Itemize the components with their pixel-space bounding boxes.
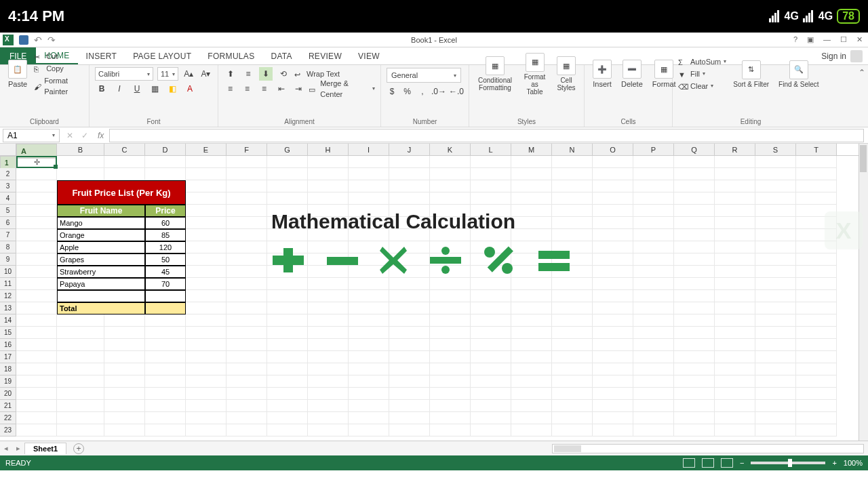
cell[interactable] <box>226 302 267 314</box>
table-row[interactable]: Orange <box>57 229 145 241</box>
cell[interactable] <box>715 314 755 327</box>
column-header[interactable]: S <box>755 144 796 155</box>
cell[interactable] <box>186 156 226 168</box>
cell[interactable] <box>186 168 226 180</box>
cell[interactable] <box>552 412 593 424</box>
decrease-decimal-button[interactable]: ←.0 <box>450 85 463 98</box>
cell[interactable] <box>104 412 145 424</box>
cell[interactable] <box>796 363 837 375</box>
cell[interactable] <box>633 314 674 327</box>
help-button[interactable]: ? <box>793 35 797 44</box>
cell[interactable] <box>226 339 267 351</box>
cell[interactable] <box>796 302 837 314</box>
cell[interactable] <box>755 290 796 302</box>
table-row-blank[interactable] <box>57 290 145 302</box>
cell[interactable] <box>349 363 389 375</box>
cell[interactable] <box>16 400 57 412</box>
cell[interactable] <box>16 290 57 302</box>
cell[interactable] <box>593 424 633 436</box>
cell[interactable] <box>267 363 308 375</box>
close-button[interactable]: ✕ <box>856 35 863 44</box>
cell[interactable] <box>471 278 511 290</box>
spreadsheet-grid[interactable]: X ABCDEFGHIJKLMNOPQRST 12345678910111213… <box>0 144 868 441</box>
cell[interactable] <box>674 290 715 302</box>
cell[interactable] <box>16 217 57 229</box>
formula-input[interactable] <box>109 129 864 142</box>
cell[interactable] <box>267 339 308 351</box>
save-button[interactable] <box>19 35 28 45</box>
cell[interactable] <box>430 339 471 351</box>
cell[interactable] <box>593 205 633 217</box>
cell[interactable] <box>389 412 430 424</box>
cell[interactable] <box>226 241 267 253</box>
cell[interactable] <box>633 351 674 363</box>
row-header[interactable]: 21 <box>0 400 16 412</box>
clear-button[interactable]: ⌫Clear▾ <box>678 81 726 92</box>
minimize-button[interactable]: — <box>823 35 831 44</box>
cell[interactable] <box>511 388 552 400</box>
tab-view[interactable]: VIEW <box>350 47 388 64</box>
cell[interactable] <box>349 424 389 436</box>
cell[interactable] <box>715 424 755 436</box>
cell[interactable] <box>755 314 796 327</box>
cell[interactable] <box>145 363 186 375</box>
cell[interactable] <box>57 363 104 375</box>
cell[interactable] <box>226 388 267 400</box>
redo-button[interactable]: ↷ <box>47 35 56 45</box>
cell[interactable] <box>796 168 837 180</box>
cell[interactable] <box>308 168 349 180</box>
cell[interactable] <box>349 156 389 168</box>
cell[interactable] <box>186 327 226 339</box>
cell[interactable] <box>145 156 186 168</box>
cell[interactable] <box>267 168 308 180</box>
increase-decimal-button[interactable]: .0→ <box>432 85 446 98</box>
cell[interactable] <box>104 168 145 180</box>
cell[interactable] <box>471 192 511 205</box>
cell[interactable] <box>186 253 226 266</box>
cell[interactable] <box>715 351 755 363</box>
cell[interactable] <box>308 339 349 351</box>
cell[interactable] <box>430 168 471 180</box>
cell[interactable] <box>674 180 715 192</box>
cell[interactable] <box>308 156 349 168</box>
row-header[interactable]: 12 <box>0 290 16 302</box>
cell[interactable] <box>308 351 349 363</box>
column-header[interactable]: T <box>796 144 837 155</box>
insert-cells-button[interactable]: ➕Insert <box>590 58 614 89</box>
italic-button[interactable]: I <box>113 82 126 96</box>
percent-button[interactable]: % <box>401 85 412 98</box>
cell[interactable] <box>389 180 430 192</box>
cell[interactable] <box>104 351 145 363</box>
cell[interactable] <box>16 363 57 375</box>
cell[interactable] <box>226 180 267 192</box>
cell[interactable] <box>349 168 389 180</box>
delete-cells-button[interactable]: ➖Delete <box>618 58 646 89</box>
cell[interactable] <box>593 217 633 229</box>
cell[interactable] <box>145 351 186 363</box>
cell[interactable] <box>715 192 755 205</box>
cell[interactable] <box>715 217 755 229</box>
cell[interactable] <box>226 205 267 217</box>
cell[interactable] <box>430 156 471 168</box>
cell[interactable] <box>715 180 755 192</box>
cell[interactable] <box>715 241 755 253</box>
cell[interactable] <box>16 168 57 180</box>
name-box[interactable]: A1▾ <box>3 129 60 142</box>
cell[interactable] <box>796 290 837 302</box>
cell[interactable] <box>186 180 226 192</box>
cell[interactable] <box>593 363 633 375</box>
cell[interactable] <box>226 290 267 302</box>
fill-button[interactable]: ▼Fill▾ <box>678 68 726 79</box>
row-header[interactable]: 4 <box>0 192 16 205</box>
cell[interactable] <box>226 327 267 339</box>
cell[interactable] <box>796 388 837 400</box>
cell[interactable] <box>755 400 796 412</box>
cell[interactable] <box>796 192 837 205</box>
new-sheet-button[interactable]: + <box>73 443 84 454</box>
cell[interactable] <box>633 217 674 229</box>
cell[interactable] <box>633 412 674 424</box>
cell[interactable] <box>674 168 715 180</box>
cell[interactable] <box>633 278 674 290</box>
cell[interactable] <box>186 205 226 217</box>
cell[interactable] <box>715 266 755 278</box>
